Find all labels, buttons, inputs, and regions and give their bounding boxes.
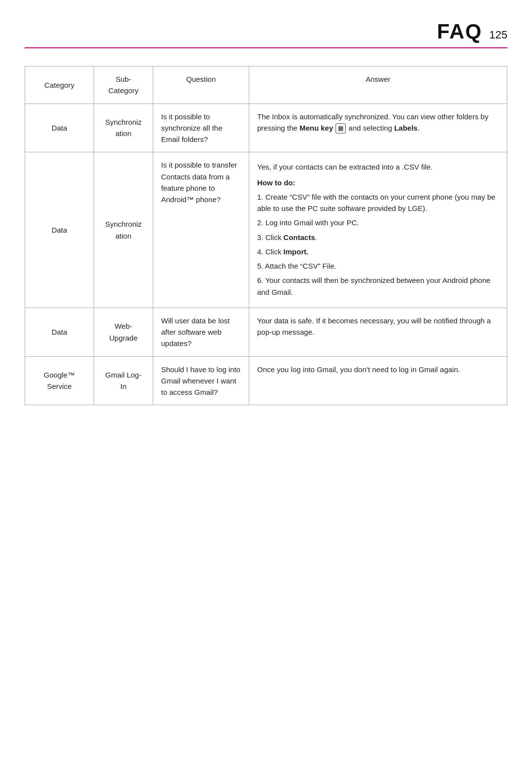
answer-step: 6. Your contacts will then be synchroniz…: [257, 275, 499, 298]
table-row: Google™ Service Gmail Log-In Should I ha…: [25, 356, 507, 405]
bold-text: Menu key: [299, 124, 333, 132]
table-row: Data Synchronization Is it possible to t…: [25, 152, 507, 308]
cell-category-3: Data: [25, 308, 94, 356]
table-header-row: Category Sub-Category Question Answer: [25, 67, 507, 104]
cell-answer-1: The Inbox is automatically synchronized.…: [249, 104, 507, 152]
answer-step: 1. Create “CSV” file with the contacts o…: [257, 191, 499, 214]
menu-key-icon: ▦: [335, 123, 346, 134]
faq-title: FAQ: [437, 20, 482, 43]
answer-step: 3. Click Contacts.: [257, 232, 499, 243]
cell-subcategory-1: Synchronization: [94, 104, 153, 152]
cell-question-2: Is it possible to transfer Contacts data…: [153, 152, 249, 308]
cell-subcategory-4: Gmail Log-In: [94, 356, 153, 405]
cell-answer-4: Once you log into Gmail, you don’t need …: [249, 356, 507, 405]
page: FAQ 125 Category Sub-Category Question A…: [0, 0, 532, 765]
table-row: Data Synchronization Is it possible to s…: [25, 104, 507, 152]
page-header: FAQ 125: [25, 20, 507, 48]
answer-content: Yes, if your contacts can be extracted i…: [257, 161, 499, 298]
faq-table: Category Sub-Category Question Answer Da…: [25, 66, 507, 405]
cell-subcategory-2: Synchronization: [94, 152, 153, 308]
col-header-subcategory: Sub-Category: [94, 67, 153, 104]
answer-para: Yes, if your contacts can be extracted i…: [257, 161, 499, 173]
table-row: Data Web-Upgrade Will user data be lost …: [25, 308, 507, 356]
cell-category-1: Data: [25, 104, 94, 152]
cell-question-3: Will user data be lost after software we…: [153, 308, 249, 356]
cell-question-1: Is it possible to synchronize all the Em…: [153, 104, 249, 152]
page-number: 125: [489, 29, 507, 41]
cell-answer-2: Yes, if your contacts can be extracted i…: [249, 152, 507, 308]
how-to-header: How to do:: [257, 177, 499, 188]
answer-step: 4. Click Import.: [257, 246, 499, 257]
cell-category-4: Google™ Service: [25, 356, 94, 405]
bold-text: Contacts: [283, 233, 315, 242]
cell-answer-3: Your data is safe. If it becomes necessa…: [249, 308, 507, 356]
bold-text: Import.: [283, 247, 308, 256]
col-header-question: Question: [153, 67, 249, 104]
answer-step: 5. Attach the “CSV” File.: [257, 260, 499, 272]
cell-subcategory-3: Web-Upgrade: [94, 308, 153, 356]
answer-step: 2. Log into Gmail with your PC.: [257, 217, 499, 228]
cell-category-2: Data: [25, 152, 94, 308]
col-header-category: Category: [25, 67, 94, 104]
cell-question-4: Should I have to log into Gmail whenever…: [153, 356, 249, 405]
col-header-answer: Answer: [249, 67, 507, 104]
bold-text: Labels: [394, 124, 418, 132]
